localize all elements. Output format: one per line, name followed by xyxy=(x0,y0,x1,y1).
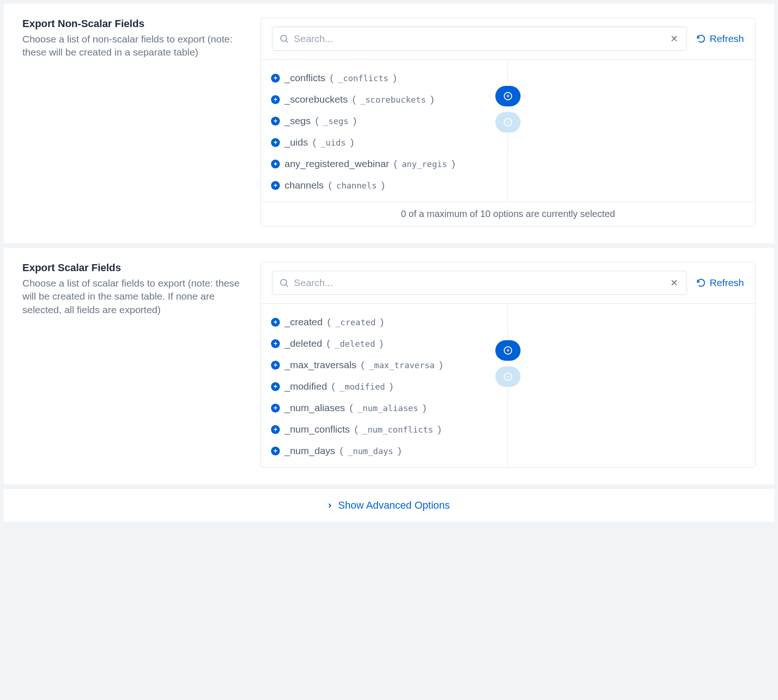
option-label: _segs xyxy=(285,115,311,126)
remove-button[interactable]: − xyxy=(495,112,521,133)
nonscalar-search-wrap: ✕ xyxy=(272,27,687,51)
plus-circle-icon: + xyxy=(271,361,280,370)
option-code: any_regis xyxy=(402,159,447,169)
plus-circle-icon: + xyxy=(271,95,280,104)
option-label: _num_aliases xyxy=(285,402,345,413)
option-label: any_registered_webinar xyxy=(285,158,389,169)
scalar-search-wrap: ✕ xyxy=(272,271,687,295)
plus-circle-icon: + xyxy=(271,404,280,413)
option-label: _conflicts xyxy=(285,72,326,84)
option-code: _deleted xyxy=(335,339,375,349)
plus-icon: + xyxy=(504,92,512,100)
list-item[interactable]: +_num_days (_num_days) xyxy=(261,440,507,462)
nonscalar-search-input[interactable] xyxy=(294,33,668,44)
list-item[interactable]: +_num_aliases (_num_aliases) xyxy=(261,397,507,419)
scalar-panel: Export Scalar Fields Choose a list of sc… xyxy=(4,248,774,484)
advanced-options-bar: › Show Advanced Options xyxy=(4,489,774,522)
clear-icon[interactable]: ✕ xyxy=(668,277,680,288)
plus-circle-icon: + xyxy=(271,74,280,83)
chevron-right-icon: › xyxy=(328,499,331,511)
option-label: _created xyxy=(285,316,323,328)
nonscalar-transfer-buttons: + − xyxy=(495,86,521,133)
list-item[interactable]: +_scorebuckets (_scorebuckets) xyxy=(261,89,507,110)
option-label: _max_traversals xyxy=(285,359,356,371)
svg-line-1 xyxy=(286,41,288,42)
plus-circle-icon: + xyxy=(271,425,280,434)
remove-button[interactable]: − xyxy=(495,366,521,387)
scalar-header: ✕ Refresh xyxy=(261,262,755,304)
plus-circle-icon: + xyxy=(271,117,280,126)
option-code: _num_aliases xyxy=(358,403,418,413)
scalar-search-input[interactable] xyxy=(294,277,668,288)
nonscalar-available-column: +_conflicts (_conflicts)+_scorebuckets (… xyxy=(261,60,508,202)
option-code: _scorebuckets xyxy=(360,95,426,105)
option-code: _conflicts xyxy=(338,73,389,83)
list-item[interactable]: +_max_traversals (_max_traversa) xyxy=(261,354,507,376)
option-code: _created xyxy=(335,317,376,327)
option-label: _scorebuckets xyxy=(285,94,347,105)
scalar-transfer-buttons: + − xyxy=(495,340,521,387)
refresh-label: Refresh xyxy=(709,277,744,288)
nonscalar-footer: 0 of a maximum of 10 options are current… xyxy=(261,202,755,226)
plus-circle-icon: + xyxy=(271,339,280,348)
list-item[interactable]: +_uids (_uids) xyxy=(261,132,507,153)
nonscalar-selected-column xyxy=(508,60,755,202)
scalar-title: Export Scalar Fields xyxy=(22,262,242,274)
show-advanced-options-link[interactable]: › Show Advanced Options xyxy=(328,499,450,511)
list-item[interactable]: +_segs (_segs) xyxy=(261,110,507,132)
list-item[interactable]: +_deleted (_deleted) xyxy=(261,333,507,354)
clear-icon[interactable]: ✕ xyxy=(668,33,680,44)
option-code: _max_traversa xyxy=(369,360,435,370)
option-code: _num_conflicts xyxy=(362,425,433,434)
nonscalar-heading-block: Export Non-Scalar Fields Choose a list o… xyxy=(22,18,242,226)
option-label: _deleted xyxy=(285,338,322,349)
refresh-icon xyxy=(696,34,706,43)
add-button[interactable]: + xyxy=(495,86,521,106)
list-item[interactable]: +_num_conflicts (_num_conflicts) xyxy=(261,419,507,440)
refresh-label: Refresh xyxy=(709,33,744,44)
add-button[interactable]: + xyxy=(495,340,521,361)
plus-circle-icon: + xyxy=(271,160,280,168)
list-item[interactable]: +any_registered_webinar (any_regis) xyxy=(261,153,507,175)
option-code: _uids xyxy=(320,138,346,147)
nonscalar-body: +_conflicts (_conflicts)+_scorebuckets (… xyxy=(261,60,755,202)
nonscalar-description: Choose a list of non-scalar fields to ex… xyxy=(22,33,242,59)
advanced-label: Show Advanced Options xyxy=(338,499,450,511)
option-label: _num_conflicts xyxy=(285,424,350,435)
list-item[interactable]: +_conflicts (_conflicts) xyxy=(261,67,507,89)
option-code: _num_days xyxy=(348,446,394,456)
svg-point-2 xyxy=(281,280,287,286)
refresh-icon xyxy=(696,278,706,287)
plus-circle-icon: + xyxy=(271,318,280,327)
scalar-body: +_created (_created)+_deleted (_deleted)… xyxy=(261,304,755,467)
list-item[interactable]: +channels (channels) xyxy=(261,175,507,196)
svg-point-0 xyxy=(281,35,287,42)
nonscalar-panel: Export Non-Scalar Fields Choose a list o… xyxy=(4,4,774,243)
nonscalar-selectbox-wrap: ✕ Refresh +_conflicts (_conflicts)+_scor… xyxy=(260,18,756,226)
option-code: _segs xyxy=(323,116,348,126)
scalar-selectbox-wrap: ✕ Refresh +_created (_created)+_deleted … xyxy=(260,262,756,468)
list-item[interactable]: +_created (_created) xyxy=(261,311,507,333)
svg-line-3 xyxy=(286,285,288,287)
scalar-refresh-button[interactable]: Refresh xyxy=(696,277,744,288)
plus-circle-icon: + xyxy=(271,138,280,147)
plus-circle-icon: + xyxy=(271,181,280,190)
plus-icon: + xyxy=(504,346,512,355)
option-code: channels xyxy=(336,181,377,190)
plus-circle-icon: + xyxy=(271,382,280,391)
nonscalar-header: ✕ Refresh xyxy=(261,18,755,60)
scalar-description: Choose a list of scalar fields to export… xyxy=(22,277,242,316)
list-item[interactable]: +_modified (_modified) xyxy=(261,376,507,397)
scalar-selectbox: ✕ Refresh +_created (_created)+_deleted … xyxy=(260,262,756,468)
nonscalar-title: Export Non-Scalar Fields xyxy=(22,18,242,30)
option-label: _num_days xyxy=(285,445,335,456)
search-icon xyxy=(279,34,289,44)
plus-circle-icon: + xyxy=(271,447,280,455)
nonscalar-refresh-button[interactable]: Refresh xyxy=(696,33,744,44)
nonscalar-selectbox: ✕ Refresh +_conflicts (_conflicts)+_scor… xyxy=(260,18,756,226)
scalar-selected-column xyxy=(508,304,755,467)
minus-icon: − xyxy=(504,118,512,126)
search-icon xyxy=(279,278,289,288)
scalar-available-column: +_created (_created)+_deleted (_deleted)… xyxy=(261,304,508,467)
option-label: channels xyxy=(285,180,324,191)
